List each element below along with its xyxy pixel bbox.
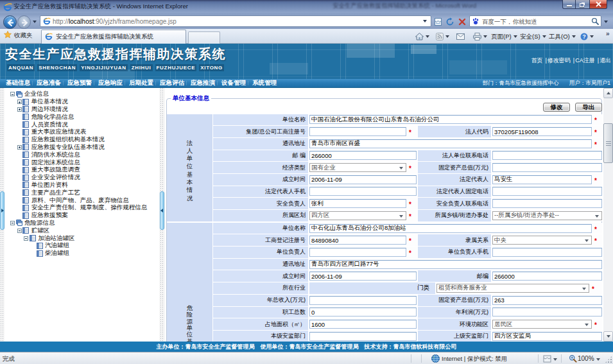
minimize-button[interactable] xyxy=(562,0,576,9)
stop-button[interactable] xyxy=(456,17,467,27)
form-input[interactable] xyxy=(309,332,417,341)
zoom-level[interactable]: 100% xyxy=(578,355,594,362)
page-menu-caret[interactable] xyxy=(514,35,517,38)
menu-item-7[interactable]: 应急推演 xyxy=(191,79,215,87)
close-button[interactable] xyxy=(589,0,607,9)
menu-item-2[interactable]: 应急准备 xyxy=(37,79,61,87)
search-watermark[interactable]: 百度一下，你就知道 xyxy=(482,18,537,26)
zoom-caret[interactable] xyxy=(596,358,600,361)
form-input[interactable] xyxy=(492,308,602,316)
tree-item[interactable]: 人员资质情况 xyxy=(17,121,159,128)
form-input[interactable] xyxy=(309,308,417,316)
menu-item-6[interactable]: 应急评估 xyxy=(160,79,184,87)
tree-item[interactable]: 应急救援专业队伍基本情况 xyxy=(17,144,159,152)
form-input[interactable] xyxy=(309,199,406,208)
tree-item[interactable]: 贮罐区 xyxy=(17,227,159,234)
form-input[interactable] xyxy=(309,320,417,329)
tree-item[interactable]: 原料、中间产物、产品、废弃物信息 xyxy=(17,196,159,204)
form-select[interactable]: 租赁和商务服务业 xyxy=(436,284,589,293)
form-input[interactable] xyxy=(492,127,592,136)
scroll-up-button[interactable] xyxy=(603,88,613,98)
tree-collapse-icon[interactable] xyxy=(10,92,15,96)
form-input[interactable] xyxy=(309,151,417,160)
menu-item-1[interactable]: 基础信息 xyxy=(6,79,30,87)
form-input[interactable] xyxy=(492,175,592,184)
search-dropdown-caret[interactable] xyxy=(604,21,608,23)
tree-item[interactable]: 消防供水系统信息 xyxy=(17,151,159,159)
tree-splitter[interactable] xyxy=(159,88,165,342)
form-input[interactable] xyxy=(492,199,602,208)
safety-menu-caret[interactable] xyxy=(542,35,546,38)
form-input[interactable] xyxy=(492,272,602,281)
address-dropdown-caret[interactable] xyxy=(423,20,427,22)
vertical-scrollbar[interactable] xyxy=(603,88,613,342)
tree-item-label[interactable]: 柴油罐组 xyxy=(45,249,69,257)
export-button[interactable]: 导出 xyxy=(575,103,602,112)
form-select[interactable]: 中央 xyxy=(492,236,592,245)
scrollbar-thumb[interactable] xyxy=(603,123,613,163)
help-caret[interactable] xyxy=(590,35,594,38)
read-mail-button[interactable] xyxy=(456,31,465,42)
form-input[interactable] xyxy=(492,151,602,160)
tools-menu-button[interactable]: 工具(O) xyxy=(549,31,576,42)
tree-expand-icon[interactable] xyxy=(17,100,22,104)
form-input[interactable] xyxy=(309,187,417,196)
tree-item[interactable]: 主要产品生产工艺 xyxy=(17,189,159,196)
form-select[interactable]: 居民区 xyxy=(492,320,592,329)
form-input[interactable] xyxy=(309,139,592,148)
tree-splitter-handle[interactable] xyxy=(160,191,164,230)
form-input[interactable] xyxy=(492,163,602,172)
compatibility-status-icon[interactable] xyxy=(543,355,551,364)
form-input[interactable] xyxy=(309,272,417,281)
feeds-button[interactable] xyxy=(436,31,449,42)
tree-item[interactable]: 单位图片资料 xyxy=(17,182,159,189)
banner-link-1[interactable]: 首页 xyxy=(531,57,542,64)
tree-item[interactable]: 应急救援预案 xyxy=(17,212,159,220)
form-input[interactable] xyxy=(309,115,592,124)
new-tab-button[interactable] xyxy=(188,31,220,44)
help-button[interactable]: ? xyxy=(580,31,594,42)
compatibility-caret[interactable] xyxy=(553,358,557,361)
tree-item[interactable]: 企业安全评价情况 xyxy=(17,174,159,182)
tree-collapse-icon[interactable] xyxy=(24,236,28,241)
tree-item[interactable]: 固定泡沫系统信息 xyxy=(17,159,159,166)
tree-expand-icon[interactable] xyxy=(17,107,22,112)
menu-item-8[interactable]: 设备管理 xyxy=(221,79,246,87)
tree-item[interactable]: 应急救援组织机构基本情况 xyxy=(17,136,159,144)
form-input[interactable] xyxy=(492,187,602,196)
back-button[interactable] xyxy=(3,15,17,29)
recent-pages-caret[interactable] xyxy=(33,21,37,23)
form-input[interactable] xyxy=(309,175,417,184)
form-input[interactable] xyxy=(309,296,417,305)
print-button[interactable] xyxy=(473,31,487,42)
form-input[interactable] xyxy=(309,260,602,269)
resize-grip[interactable] xyxy=(605,356,612,363)
scroll-down-button[interactable] xyxy=(603,331,613,342)
home-caret[interactable] xyxy=(426,35,429,38)
menu-item-3[interactable]: 应急预警 xyxy=(67,79,92,87)
menu-item-5[interactable]: 后期处置 xyxy=(129,79,153,87)
form-select[interactable]: 国有企业 xyxy=(309,163,406,172)
tools-menu-caret[interactable] xyxy=(572,35,576,38)
form-input[interactable] xyxy=(309,127,406,136)
form-input[interactable] xyxy=(492,332,602,341)
toolbar-overflow-chevron[interactable]: » xyxy=(606,30,610,37)
banner-link-3[interactable]: CA注册 xyxy=(575,57,595,64)
modify-button[interactable]: 修改 xyxy=(543,103,570,112)
menu-item-4[interactable]: 应急响应 xyxy=(98,79,123,87)
tree-item[interactable]: 重大事故应急情况表 xyxy=(17,128,159,136)
tree-item[interactable]: 危险化学品信息 xyxy=(17,113,159,121)
tab-active[interactable]: 安全生产应急救援指挥辅助决策系统 xyxy=(41,30,186,44)
restore-button[interactable] xyxy=(576,0,589,9)
zoom-magnifier-icon[interactable] xyxy=(569,354,577,364)
form-input[interactable] xyxy=(309,248,406,257)
form-select[interactable]: --所属乡镇/街道办事处-- xyxy=(492,211,602,220)
tree-item[interactable]: 柴油罐组 xyxy=(31,250,159,257)
form-input[interactable] xyxy=(492,296,602,305)
left-splitter-handle[interactable] xyxy=(0,191,4,230)
safety-menu-button[interactable]: 安全(S) xyxy=(520,31,546,42)
left-splitter[interactable] xyxy=(0,88,4,342)
tree-item[interactable]: 企业信息 xyxy=(10,91,159,98)
form-select[interactable]: 四方区 xyxy=(309,211,406,220)
url-text[interactable]: http://localhost:90/yjzh/frame/homepage.… xyxy=(53,18,177,25)
